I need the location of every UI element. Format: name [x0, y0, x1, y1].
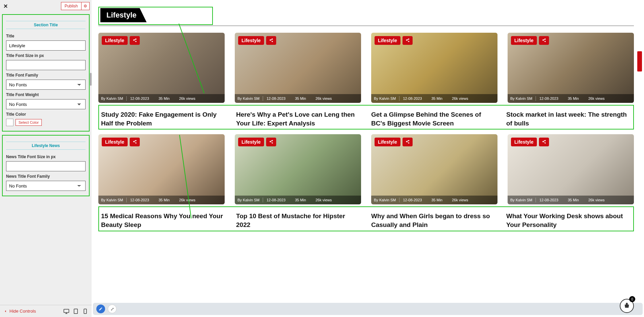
category-badge[interactable]: Lifestyle — [238, 138, 264, 146]
card-title[interactable]: Stock market in last week: The strength … — [506, 110, 631, 127]
editor-toolbar: ⤢ — [93, 303, 643, 315]
share-icon[interactable] — [266, 138, 276, 146]
svg-rect-2 — [84, 309, 87, 314]
share-icon[interactable] — [266, 36, 276, 45]
input-title-font-size[interactable] — [6, 60, 86, 70]
label-title-color: Title Color — [6, 112, 86, 117]
panel-section-title: Section Title Title Title Font Size in p… — [2, 14, 90, 132]
meta-bar: By Kalvin SM 12-08-2023 35 Min 26k views — [98, 196, 225, 204]
share-icon[interactable] — [402, 138, 413, 146]
select-color-button[interactable]: Select Color — [15, 119, 42, 126]
select-title-font-family[interactable]: No Fonts — [6, 80, 86, 90]
views: 26k views — [316, 96, 332, 100]
edit-icon[interactable] — [96, 305, 105, 313]
card-title[interactable]: Top 10 Best of Mustache for Hipster 2022 — [236, 212, 361, 229]
card-title[interactable]: Here's Why a Pet's Love can Leng then Yo… — [236, 110, 361, 127]
titles-highlight-row1: Study 2020: Fake Engagement is Only Half… — [98, 105, 634, 129]
card-title[interactable]: Get a Glimpse Behind the Scenes of BC's … — [371, 110, 496, 127]
color-swatch[interactable] — [6, 119, 13, 126]
share-icon[interactable] — [130, 138, 140, 146]
meta-bar: By Kalvin SM 12-08-2023 35 Min 26k views — [235, 196, 361, 204]
label-title: Title — [6, 34, 86, 38]
svg-rect-0 — [64, 309, 69, 313]
date: 12-08-2023 — [266, 96, 285, 100]
meta-bar: By Kalvin SM 12-08-2023 35 Min 26k views — [371, 94, 497, 103]
date: 12-08-2023 — [130, 198, 149, 202]
category-badge[interactable]: Lifestyle — [511, 36, 537, 45]
label-news-title-font-family: News Title Font Family — [6, 174, 86, 179]
views: 26k views — [179, 198, 195, 202]
category-badge[interactable]: Lifestyle — [375, 36, 400, 45]
panel-lifestyle-news: Lifestyle News News Title Font Size in p… — [2, 135, 90, 196]
meta-bar: By Kalvin SM 12-08-2023 35 Min 26k views — [508, 94, 634, 103]
section-title-highlight: Lifestyle — [98, 7, 213, 25]
card-image: Lifestyle By Kalvin SM 12-08-2023 35 Min… — [235, 33, 361, 103]
divider — [98, 26, 634, 26]
share-icon[interactable] — [539, 138, 549, 146]
category-badge[interactable]: Lifestyle — [375, 138, 400, 146]
news-card[interactable]: Lifestyle By Kalvin SM 12-08-2023 35 Min… — [371, 33, 497, 103]
meta-bar: By Kalvin SM 12-08-2023 35 Min 26k views — [371, 196, 497, 204]
category-badge[interactable]: Lifestyle — [511, 138, 537, 146]
news-card[interactable]: Lifestyle By Kalvin SM 12-08-2023 35 Min… — [98, 33, 225, 103]
news-card[interactable]: Lifestyle By Kalvin SM 12-08-2023 35 Min… — [235, 33, 361, 103]
panel-heading: Lifestyle News — [6, 142, 86, 150]
card-image: Lifestyle By Kalvin SM 12-08-2023 35 Min… — [508, 134, 634, 204]
news-card[interactable]: Lifestyle By Kalvin SM 12-08-2023 35 Min… — [371, 134, 497, 204]
tablet-icon[interactable] — [73, 308, 79, 314]
read-time: 35 Min — [568, 96, 579, 100]
titles-highlight-row2: 15 Medical Reasons Why You need Your Bea… — [98, 206, 634, 231]
section-title: Lifestyle — [100, 8, 147, 22]
card-image: Lifestyle By Kalvin SM 12-08-2023 35 Min… — [371, 33, 497, 103]
author: By Kalvin SM — [237, 96, 259, 100]
input-title[interactable] — [6, 40, 86, 51]
preview-canvas: Lifestyle Lifestyle By Kalvin SM 12-08-2… — [92, 0, 644, 317]
news-card[interactable]: Lifestyle By Kalvin SM 12-08-2023 35 Min… — [235, 134, 361, 204]
date: 12-08-2023 — [539, 198, 558, 202]
card-title[interactable]: Why and When Girls began to dress so Cas… — [371, 212, 496, 229]
mobile-icon[interactable] — [82, 308, 88, 314]
card-title[interactable]: What Your Working Desk shows about Your … — [506, 212, 631, 229]
author: By Kalvin SM — [101, 96, 123, 100]
category-badge[interactable]: Lifestyle — [102, 36, 128, 45]
category-badge[interactable]: Lifestyle — [238, 36, 264, 45]
select-title-font-weight[interactable]: No Fonts — [6, 99, 86, 109]
label-title-font-weight: Title Font Weight — [6, 92, 86, 97]
card-title[interactable]: Study 2020: Fake Engagement is Only Half… — [101, 110, 226, 127]
svg-rect-1 — [74, 309, 78, 314]
cart-widget[interactable]: 0 — [620, 299, 634, 313]
read-time: 35 Min — [431, 96, 443, 100]
select-news-title-font-family[interactable]: No Fonts — [6, 181, 86, 191]
gear-icon[interactable]: ⚙ — [82, 2, 90, 10]
chevron-left-icon — [3, 309, 7, 313]
date: 12-08-2023 — [266, 198, 285, 202]
news-card[interactable]: Lifestyle By Kalvin SM 12-08-2023 35 Min… — [508, 134, 634, 204]
read-time: 35 Min — [295, 198, 306, 202]
customizer-sidebar: ✕ Publish ⚙ Section Title Title Title Fo… — [0, 0, 92, 317]
side-edit-handle[interactable] — [637, 51, 642, 71]
expand-icon[interactable]: ⤢ — [108, 305, 117, 313]
hide-controls-button[interactable]: Hide Controls — [3, 309, 36, 314]
card-image: Lifestyle By Kalvin SM 12-08-2023 35 Min… — [371, 134, 497, 204]
input-news-title-font-size[interactable] — [6, 161, 86, 171]
views: 26k views — [452, 96, 468, 100]
share-icon[interactable] — [539, 36, 549, 45]
author: By Kalvin SM — [101, 198, 123, 202]
publish-button[interactable]: Publish — [61, 2, 82, 10]
share-icon[interactable] — [130, 36, 140, 45]
author: By Kalvin SM — [374, 96, 396, 100]
date: 12-08-2023 — [403, 198, 422, 202]
author: By Kalvin SM — [374, 198, 396, 202]
author: By Kalvin SM — [510, 198, 532, 202]
desktop-icon[interactable] — [63, 308, 69, 314]
close-button[interactable]: ✕ — [2, 2, 9, 11]
news-card[interactable]: Lifestyle By Kalvin SM 12-08-2023 35 Min… — [508, 33, 634, 103]
card-title[interactable]: 15 Medical Reasons Why You need Your Bea… — [101, 212, 226, 229]
share-icon[interactable] — [402, 36, 413, 45]
read-time: 35 Min — [295, 96, 306, 100]
news-card[interactable]: Lifestyle By Kalvin SM 12-08-2023 35 Min… — [98, 134, 225, 204]
label-title-font-family: Title Font Family — [6, 73, 86, 78]
card-image: Lifestyle By Kalvin SM 12-08-2023 35 Min… — [98, 134, 225, 204]
read-time: 35 Min — [159, 96, 170, 100]
category-badge[interactable]: Lifestyle — [102, 138, 128, 146]
